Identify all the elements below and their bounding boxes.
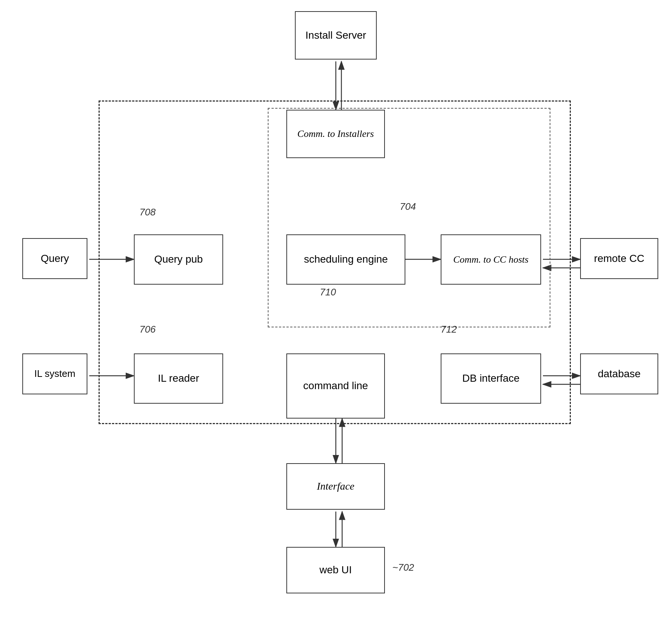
label-702: ~702 (392, 562, 414, 573)
label-704: 704 (400, 201, 416, 212)
db-interface-box: DB interface (441, 353, 541, 404)
query-box: Query (22, 238, 87, 279)
database-box: database (580, 353, 658, 394)
label-710: 710 (320, 286, 336, 298)
diagram: Install Server Comm. to Installers 708 7… (0, 0, 672, 644)
label-712: 712 (441, 324, 457, 335)
web-ui-box: web UI (286, 547, 385, 593)
scheduling-engine-box: scheduling engine (286, 234, 405, 285)
il-reader-box: IL reader (134, 353, 223, 404)
label-708: 708 (139, 206, 155, 218)
remote-cc-box: remote CC (580, 238, 658, 279)
comm-installers-box: Comm. to Installers (286, 110, 385, 158)
install-server-box: Install Server (295, 11, 377, 60)
il-system-box: IL system (22, 353, 87, 394)
command-line-box: command line (286, 353, 385, 419)
label-706: 706 (139, 324, 155, 335)
interface-box: Interface (286, 463, 385, 510)
comm-cc-hosts-box: Comm. to CC hosts (441, 234, 541, 285)
query-pub-box: Query pub (134, 234, 223, 285)
